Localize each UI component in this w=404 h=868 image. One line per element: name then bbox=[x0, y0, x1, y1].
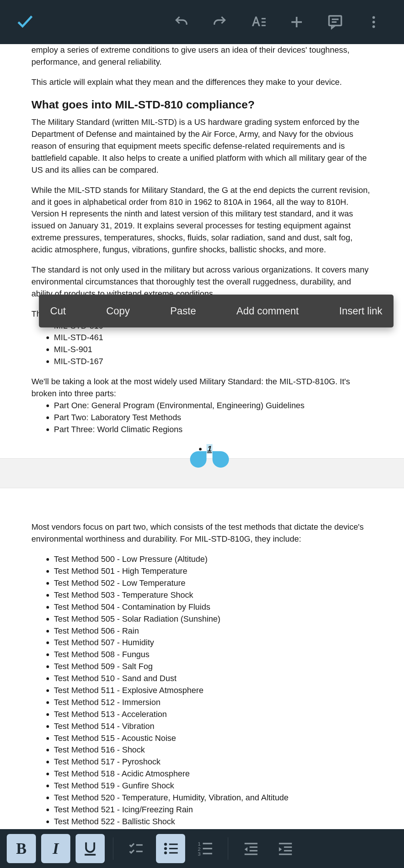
list-item[interactable]: Test Method 517 - Pyroshock bbox=[54, 756, 373, 768]
list-item[interactable]: Test Method 520 - Temperature, Humidity,… bbox=[54, 792, 373, 804]
svg-rect-25 bbox=[203, 853, 212, 855]
selected-text[interactable]: 1 bbox=[206, 444, 212, 453]
list-item[interactable]: MIL-STD-167 bbox=[54, 355, 373, 367]
underline-button[interactable] bbox=[76, 834, 105, 863]
svg-rect-34 bbox=[284, 850, 292, 852]
svg-point-18 bbox=[164, 852, 167, 855]
body-text[interactable]: The Military Standard (written MIL-STD) … bbox=[31, 116, 373, 176]
parts-list[interactable]: Part One: General Program (Environmental… bbox=[31, 400, 373, 435]
svg-rect-29 bbox=[250, 850, 257, 852]
list-item[interactable]: Test Method 521 - Icing/Freezing Rain bbox=[54, 804, 373, 816]
insert-link-menu-item[interactable]: Insert link bbox=[339, 305, 382, 317]
svg-rect-17 bbox=[169, 848, 178, 849]
copy-menu-item[interactable]: Copy bbox=[106, 305, 130, 317]
list-item[interactable]: Test Method 500 - Low Pressure (Altitude… bbox=[54, 553, 373, 565]
list-item[interactable]: Part Two: Laboratory Test Methods bbox=[54, 412, 373, 424]
tests-list[interactable]: Test Method 500 - Low Pressure (Altitude… bbox=[31, 553, 373, 868]
svg-rect-5 bbox=[329, 16, 342, 26]
text-format-icon[interactable] bbox=[250, 14, 266, 30]
list-item[interactable]: Test Method 502 - Low Temperature bbox=[54, 577, 373, 589]
cut-menu-item[interactable]: Cut bbox=[50, 305, 66, 317]
format-toolbar: B I 123 bbox=[0, 829, 404, 868]
divider bbox=[113, 837, 113, 860]
list-item[interactable]: Test Method 518 - Acidic Atmosphere bbox=[54, 768, 373, 780]
list-item[interactable]: MIL-S-901 bbox=[54, 344, 373, 355]
divider bbox=[228, 837, 228, 860]
svg-rect-2 bbox=[261, 25, 266, 26]
list-item[interactable]: Test Method 510 - Sand and Dust bbox=[54, 672, 373, 684]
add-comment-menu-item[interactable]: Add comment bbox=[236, 305, 299, 317]
context-menu: Cut Copy Paste Add comment Insert link bbox=[39, 295, 394, 327]
undo-icon[interactable] bbox=[174, 14, 189, 30]
selection-handle-start[interactable] bbox=[190, 451, 206, 468]
list-item[interactable]: Test Method 501 - High Temperature bbox=[54, 565, 373, 577]
done-check-icon[interactable] bbox=[15, 11, 35, 33]
heading-2[interactable]: What goes into MIL-STD-810 compliance? bbox=[31, 96, 373, 113]
list-item[interactable]: Part Three: World Climatic Regions bbox=[54, 424, 373, 435]
list-item[interactable]: Part One: General Program (Environmental… bbox=[54, 400, 373, 412]
svg-rect-30 bbox=[245, 853, 258, 855]
indent-button[interactable] bbox=[271, 834, 300, 863]
bold-button[interactable]: B bbox=[7, 834, 36, 863]
svg-rect-35 bbox=[279, 853, 292, 855]
body-text[interactable]: employ a series of extreme conditions to… bbox=[31, 44, 373, 68]
svg-rect-32 bbox=[284, 846, 292, 848]
svg-point-10 bbox=[373, 25, 375, 28]
svg-rect-0 bbox=[261, 18, 266, 19]
more-vert-icon[interactable] bbox=[366, 14, 382, 30]
bullet-list-button[interactable] bbox=[156, 834, 185, 863]
list-item[interactable]: Test Method 504 - Contamination by Fluid… bbox=[54, 601, 373, 613]
svg-marker-33 bbox=[279, 847, 282, 852]
list-item[interactable]: Test Method 515 - Acoustic Noise bbox=[54, 732, 373, 744]
svg-rect-19 bbox=[169, 852, 178, 854]
redo-icon[interactable] bbox=[212, 14, 227, 30]
list-item[interactable]: Test Method 516 - Shock bbox=[54, 744, 373, 756]
svg-point-8 bbox=[373, 16, 375, 19]
svg-point-16 bbox=[164, 847, 167, 850]
list-item[interactable]: Test Method 507 - Humidity bbox=[54, 637, 373, 649]
plus-icon[interactable] bbox=[289, 14, 304, 30]
numbered-list-button[interactable]: 123 bbox=[190, 834, 220, 863]
outdent-button[interactable] bbox=[236, 834, 266, 863]
body-text[interactable]: We'll be taking a look at the most widel… bbox=[31, 376, 373, 400]
svg-rect-15 bbox=[169, 844, 178, 845]
svg-rect-27 bbox=[250, 846, 257, 848]
list-item[interactable]: MIL-STD-461 bbox=[54, 332, 373, 344]
svg-point-14 bbox=[164, 843, 167, 846]
list-item[interactable]: Test Method 509 - Salt Fog bbox=[54, 661, 373, 672]
list-item[interactable]: Test Method 503 - Temperature Shock bbox=[54, 589, 373, 601]
svg-rect-21 bbox=[203, 843, 212, 844]
list-item[interactable]: Test Method 522 - Ballistic Shock bbox=[54, 816, 373, 828]
top-toolbar bbox=[0, 0, 404, 44]
svg-rect-1 bbox=[261, 21, 266, 23]
document-body[interactable]: employ a series of extreme conditions to… bbox=[0, 44, 404, 868]
list-item[interactable]: Test Method 512 - Immersion bbox=[54, 696, 373, 708]
list-item[interactable]: Test Method 514 - Vibration bbox=[54, 720, 373, 732]
body-text[interactable]: Most vendors focus on part two, which co… bbox=[31, 521, 373, 545]
text-selection[interactable]: 1 bbox=[206, 443, 212, 455]
checklist-button[interactable] bbox=[122, 834, 151, 863]
body-text[interactable]: This article will explain what they mean… bbox=[31, 76, 373, 88]
svg-rect-26 bbox=[245, 843, 258, 844]
svg-text:3: 3 bbox=[198, 851, 201, 857]
list-item[interactable]: Test Method 506 - Rain bbox=[54, 625, 373, 637]
svg-rect-23 bbox=[203, 848, 212, 849]
body-text[interactable]: While the MIL-STD stands for Military St… bbox=[31, 184, 373, 256]
paste-menu-item[interactable]: Paste bbox=[170, 305, 196, 317]
list-item[interactable]: Test Method 505 - Solar Radiation (Sunsh… bbox=[54, 613, 373, 625]
svg-marker-28 bbox=[245, 847, 248, 852]
italic-button[interactable]: I bbox=[41, 834, 70, 863]
list-item[interactable]: Test Method 508 - Fungus bbox=[54, 649, 373, 661]
list-item[interactable]: Test Method 511 - Explosive Atmosphere bbox=[54, 684, 373, 696]
svg-rect-31 bbox=[279, 843, 292, 844]
list-item[interactable]: Test Method 519 - Gunfire Shock bbox=[54, 780, 373, 792]
list-item[interactable]: Test Method 513 - Acceleration bbox=[54, 708, 373, 720]
comment-icon[interactable] bbox=[327, 14, 343, 30]
selection-handle-end[interactable] bbox=[212, 451, 229, 468]
svg-point-9 bbox=[373, 21, 375, 24]
